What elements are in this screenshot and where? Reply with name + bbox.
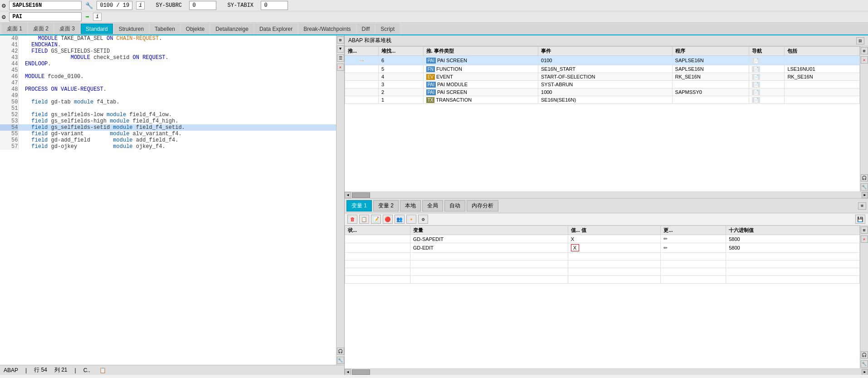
tab-break-watchpoints[interactable]: Break-/Watchpoints (298, 24, 356, 34)
horiz-scroll-left[interactable]: ◀ (345, 192, 351, 198)
edit-pencil-2[interactable]: ✏ (663, 245, 668, 250)
vars-panel: 变量 1 变量 2 本地 全局 自动 内存分析 ⊞ 🗑 📋 📝 🔴 👥 🔸 ⚙ (345, 199, 868, 375)
vars-row-gd-edit[interactable]: GD-EDIT X ✏ 5800 (345, 243, 860, 253)
horiz-scroll-thumb[interactable] (352, 192, 370, 198)
status-col: 列 21 (54, 366, 68, 374)
stack-row-6[interactable]: → 6 PAI PAI SCREEN 0100 SAPLSE16N 📄 (345, 56, 860, 65)
tool2-icon[interactable]: 🔧 (337, 357, 344, 364)
vars-col-edit: 更... (661, 226, 726, 235)
stack-row-1[interactable]: 1 TX TRANSACTION SE16N(SE16N) 📄 (345, 96, 860, 104)
vars-add-btn[interactable]: 📋 (359, 215, 369, 224)
vars-btn1[interactable]: ⊞ (861, 226, 868, 234)
vars-horiz-left[interactable]: ◀ (345, 369, 351, 375)
stack-row-4[interactable]: 4 EV EVENT START-OF-SELECTION RK_SE16N 📄… (345, 73, 860, 81)
header: ⚙ SAPLSE16N 🔧 0100 / 19 i SY-SUBRC 0 SY-… (0, 0, 868, 23)
stack-row-2[interactable]: 2 PAI PAI SCREEN 1000 SAPMSSY0 📄 (345, 88, 860, 96)
edit-pencil-1[interactable]: ✏ (663, 236, 668, 241)
vars-group-btn[interactable]: 👥 (395, 215, 405, 224)
code-line-40: 40 MODULE TAKE_DATA_SEL ON CHAIN-REQUEST… (0, 35, 336, 42)
right-panel: ABAP 和屏幕堆栈 ⊞ 推... 堆找... 推. 事件类型 (345, 35, 868, 375)
horiz-scroll-right[interactable]: ▶ (862, 192, 868, 198)
code-line-47: 47 (0, 80, 336, 86)
stack-btn1[interactable]: ⊞ (861, 47, 868, 54)
code-table: 40 MODULE TAKE_DATA_SEL ON CHAIN-REQUEST… (0, 35, 336, 150)
scroll-down-icon[interactable]: ▼ (337, 45, 344, 53)
status-mode: ABAP (4, 367, 18, 373)
expand-icon[interactable]: ⊞ (337, 36, 344, 44)
stack-horiz-scroll[interactable]: ◀ ▶ (345, 191, 868, 198)
vars-settings-btn[interactable]: ⚙ (418, 215, 428, 224)
tab-desktop2[interactable]: 桌面 2 (28, 23, 54, 34)
code-line-54: 54 field gs_selfields-setid module field… (0, 124, 336, 131)
code-line-41: 41 ENDCHAIN. (0, 42, 336, 48)
tab-standard[interactable]: Standard (81, 24, 113, 34)
status-separator2: | (75, 367, 76, 373)
tab-detailanzeige[interactable]: Detailanzeige (210, 24, 254, 34)
stack-expand-btn[interactable]: ⊞ (856, 37, 864, 44)
vars-btn3[interactable]: 🎧 (861, 351, 868, 358)
info-icon[interactable]: i (136, 1, 145, 10)
stack-col-icon: 推. 事件类型 (423, 47, 538, 56)
vars-horiz-scroll[interactable]: ◀ ▶ (345, 368, 868, 375)
vars-row-gd-sapedit[interactable]: GD-SAPEDIT X ✏ 5800 (345, 235, 860, 243)
headphone-icon[interactable]: 🎧 (337, 348, 344, 355)
sy-subrc-group: SY-SUBRC 0 (156, 1, 216, 10)
tab-objekte[interactable]: Objekte (181, 24, 210, 34)
code-line-43: 43 MODULE check_setid ON REQUEST. (0, 54, 336, 61)
tab-script[interactable]: Script (375, 24, 400, 34)
stack-row-3[interactable]: 3 PAI PAI MODULE SYST-ABRUN 📄 (345, 81, 860, 88)
vars-tab-global[interactable]: 全局 (422, 200, 443, 211)
vars-tab-memory[interactable]: 内存分析 (467, 200, 498, 211)
vars-table: 状... 变量 值... 值 更... 十六进制值 GD-SAPEDIT (345, 226, 860, 284)
stack-btn3[interactable]: 🎧 (861, 174, 868, 182)
vars-tab-auto[interactable]: 自动 (444, 200, 465, 211)
stack-panel: ABAP 和屏幕堆栈 ⊞ 推... 堆找... 推. 事件类型 (345, 35, 868, 199)
vars-horiz-thumb[interactable] (352, 369, 370, 375)
code-line-44: 44 ENDLOOP. (0, 61, 336, 67)
status-mode2: C.. (83, 367, 90, 373)
settings-icon[interactable]: ☰ (337, 54, 344, 62)
tab-desktop1[interactable]: 桌面 1 (2, 23, 27, 34)
stack-col-program: 程序 (672, 47, 749, 56)
vars-tab-local[interactable]: 本地 (400, 200, 421, 211)
vars-tab-1[interactable]: 变量 1 (346, 200, 372, 211)
vars-filter-btn[interactable]: 🔸 (406, 215, 416, 224)
counter-icon: 🔧 (85, 2, 93, 10)
vars-edit-btn[interactable]: 📝 (371, 215, 381, 224)
gear-icon[interactable]: ⚙ (2, 2, 5, 10)
code-area[interactable]: 40 MODULE TAKE_DATA_SEL ON CHAIN-REQUEST… (0, 35, 336, 361)
vars-empty-4 (345, 276, 860, 284)
stack-row-5[interactable]: 5 FN FUNCTION SE16N_START SAPLSE16N 📄 LS… (345, 65, 860, 73)
close-icon[interactable]: ✕ (337, 64, 344, 71)
vars-table-scroll[interactable]: 状... 变量 值... 值 更... 十六进制值 GD-SAPEDIT (345, 226, 860, 368)
tab-tabellen[interactable]: Tabellen (150, 24, 180, 34)
vars-btn2[interactable]: ✕ (861, 236, 868, 243)
tab-diff[interactable]: Diff (357, 24, 375, 34)
stack-btn4[interactable]: 🔧 (861, 183, 868, 191)
gd-edit-value: X (571, 244, 579, 251)
code-line-56: 56 field gd-add_field module add_field_f… (0, 137, 336, 143)
code-line-53: 53 field gs_selfields-high module field_… (0, 118, 336, 124)
info-icon2[interactable]: i (93, 13, 102, 21)
code-line-45: 45 (0, 67, 336, 74)
vars-horiz-right[interactable]: ▶ (862, 369, 868, 375)
vars-save-btn[interactable]: 💾 (855, 215, 865, 224)
vars-btn4[interactable]: 🔧 (861, 360, 868, 368)
sy-tabix-label: SY-TABIX (227, 2, 259, 9)
vars-empty-2 (345, 260, 860, 268)
gear-icon2[interactable]: ⚙ (2, 13, 5, 21)
vars-panel-expand-btn[interactable]: ⊞ (858, 202, 866, 210)
copy-icon[interactable]: 📋 (99, 367, 106, 373)
vars-delete-btn[interactable]: 🗑 (347, 215, 357, 224)
tab-desktop3[interactable]: 桌面 3 (54, 23, 80, 34)
vars-col-variable: 变量 (410, 226, 568, 235)
tab-data-explorer[interactable]: Data Explorer (254, 24, 297, 34)
vars-tab-2[interactable]: 变量 2 (373, 200, 399, 211)
stack-table: 推... 堆找... 推. 事件类型 事件 程序 导航 包括 → (345, 46, 860, 104)
stack-btn2[interactable]: ✕ (861, 56, 868, 64)
tab-strukturen[interactable]: Strukturen (114, 24, 149, 34)
code-line-42: 42 FIELD GS_SELFIELDS-SETID (0, 48, 336, 54)
counter-box: 0100 / 19 (97, 1, 132, 10)
stack-table-container: 推... 堆找... 推. 事件类型 事件 程序 导航 包括 → (345, 46, 860, 191)
vars-error-btn[interactable]: 🔴 (383, 215, 393, 224)
